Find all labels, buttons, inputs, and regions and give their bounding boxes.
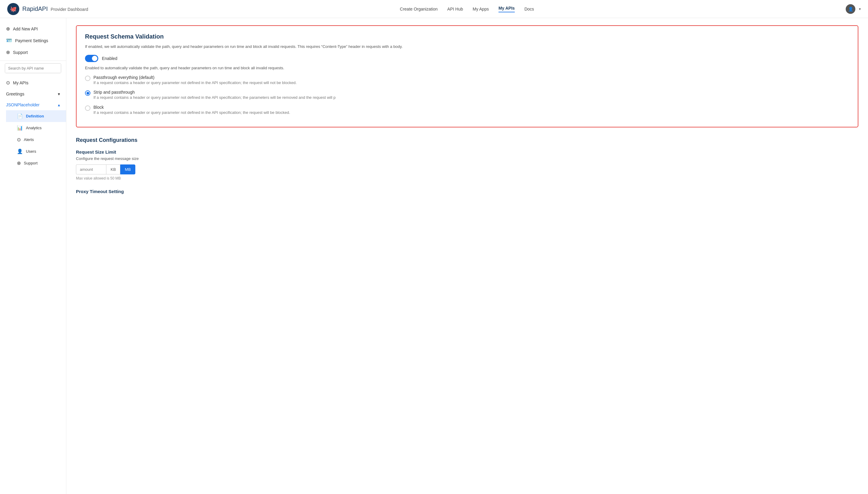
api-search-box: 🔍 — [5, 63, 61, 73]
search-input[interactable] — [5, 63, 61, 73]
sidebar-item-users[interactable]: 👤 Users — [6, 146, 66, 157]
sidebar-item-analytics[interactable]: 📊 Analytics — [6, 122, 66, 134]
enabled-toggle[interactable] — [85, 55, 98, 62]
sidebar: ⊕ Add New API 🪪 Payment Settings ⊗ Suppo… — [0, 18, 66, 494]
toggle-row: Enabled — [85, 55, 849, 62]
header: 🐙 RapidAPI Provider Dashboard Create Org… — [0, 0, 868, 18]
brand: RapidAPI Provider Dashboard — [22, 5, 88, 12]
schema-title: Request Schema Validation — [85, 33, 849, 40]
support-icon: ⊗ — [6, 50, 10, 55]
radio-option-strip[interactable]: Strip and passthrough If a request conta… — [85, 90, 849, 101]
schema-validation-section: Request Schema Validation If enabled, we… — [76, 25, 858, 128]
nav-my-apps[interactable]: My Apps — [473, 7, 489, 12]
chevron-down-icon[interactable]: ▾ — [859, 7, 861, 11]
logo-icon: 🐙 — [7, 3, 19, 15]
clock-icon: ⊙ — [6, 80, 10, 86]
config-title: Request Configurations — [76, 137, 858, 144]
brand-name: RapidAPI — [22, 5, 50, 12]
sidebar-divider — [0, 60, 66, 61]
sidebar-payment-settings[interactable]: 🪪 Payment Settings — [0, 35, 66, 46]
kb-button[interactable]: KB — [106, 165, 120, 174]
support-icon: ⊗ — [17, 160, 21, 166]
user-avatar[interactable]: 👤 — [846, 4, 855, 14]
main-nav: Create Organization API Hub My Apps My A… — [400, 6, 534, 12]
chevron-down-icon: ▾ — [58, 92, 60, 96]
radio-passthrough-btn[interactable] — [85, 76, 90, 81]
radio-passthrough-title: Passthrough everything (default) — [93, 75, 297, 80]
header-left: 🐙 RapidAPI Provider Dashboard — [7, 3, 88, 15]
provider-label: Provider Dashboard — [51, 7, 88, 12]
size-limit-subsection: Request Size Limit Configure the request… — [76, 149, 858, 180]
sidebar-item-alerts[interactable]: ⊙ Alerts — [6, 134, 66, 146]
toggle-label: Enabled — [102, 56, 117, 61]
plus-circle-icon: ⊕ — [6, 26, 10, 32]
sidebar-add-api[interactable]: ⊕ Add New API — [0, 23, 66, 35]
enabled-desc: Enabled to automatically validate the pa… — [85, 66, 849, 70]
schema-desc: If enabled, we will automatically valida… — [85, 44, 849, 50]
sidebar-item-support[interactable]: ⊗ Support — [6, 157, 66, 169]
mb-button[interactable]: MB — [120, 165, 135, 174]
radio-block-btn[interactable] — [85, 106, 90, 111]
size-limit-desc: Configure the request message size — [76, 156, 858, 161]
radio-option-block[interactable]: Block If a request contains a header or … — [85, 105, 849, 116]
radio-block-content: Block If a request contains a header or … — [93, 105, 290, 116]
proxy-timeout-title: Proxy Timeout Setting — [76, 189, 858, 194]
radio-passthrough-content: Passthrough everything (default) If a re… — [93, 75, 297, 86]
radio-strip-content: Strip and passthrough If a request conta… — [93, 90, 336, 101]
nav-create-org[interactable]: Create Organization — [400, 7, 438, 12]
credit-card-icon: 🪪 — [6, 38, 12, 43]
radio-block-title: Block — [93, 105, 290, 110]
size-input-group: KB MB — [76, 165, 142, 174]
radio-strip-title: Strip and passthrough — [93, 90, 336, 95]
chart-icon: 📊 — [17, 125, 23, 131]
main-content: Request Schema Validation If enabled, we… — [66, 18, 868, 494]
nav-docs[interactable]: Docs — [524, 7, 534, 12]
radio-strip-btn[interactable] — [85, 90, 90, 96]
radio-strip-desc: If a request contains a header or query … — [93, 95, 336, 101]
sidebar-my-apis[interactable]: ⊙ My APIs — [0, 77, 66, 89]
header-right: 👤 ▾ — [846, 4, 861, 14]
amount-input[interactable] — [76, 165, 106, 174]
request-config-section: Request Configurations Request Size Limi… — [76, 137, 858, 194]
radio-option-passthrough[interactable]: Passthrough everything (default) If a re… — [85, 75, 849, 86]
nav-api-hub[interactable]: API Hub — [447, 7, 463, 12]
sidebar-greetings[interactable]: Greetings ▾ — [0, 89, 66, 99]
radio-passthrough-desc: If a request contains a header or query … — [93, 80, 297, 86]
sidebar-jsonplaceholder[interactable]: JSONPlaceholder ▴ — [0, 99, 66, 110]
size-limit-title: Request Size Limit — [76, 149, 858, 154]
chevron-up-icon: ▴ — [58, 102, 60, 107]
sidebar-item-definition[interactable]: 📄 Definition — [6, 110, 66, 122]
page-layout: ⊕ Add New API 🪪 Payment Settings ⊗ Suppo… — [0, 18, 868, 494]
sidebar-sub-items: 📄 Definition 📊 Analytics ⊙ Alerts 👤 User… — [0, 110, 66, 169]
nav-my-apis[interactable]: My APIs — [498, 6, 515, 12]
alert-icon: ⊙ — [17, 137, 21, 142]
document-icon: 📄 — [17, 113, 23, 119]
radio-block-desc: If a request contains a header or query … — [93, 110, 290, 116]
user-icon: 👤 — [17, 149, 23, 154]
sidebar-support-top[interactable]: ⊗ Support — [0, 46, 66, 58]
max-note: Max value allowed is 50 MB — [76, 176, 858, 180]
